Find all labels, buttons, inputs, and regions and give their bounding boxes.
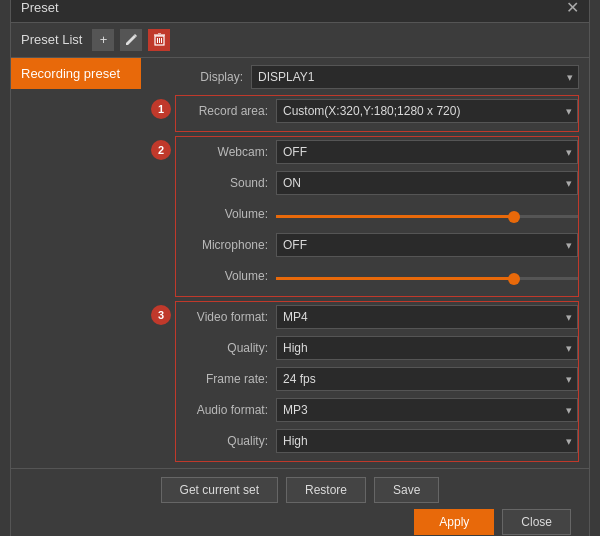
sidebar-panel: Recording preset	[11, 58, 141, 468]
save-button[interactable]: Save	[374, 477, 439, 503]
section-3-fields: Video format: MP4 Quality: High	[175, 301, 579, 462]
sidebar-item-recording-preset[interactable]: Recording preset	[11, 58, 141, 89]
audio-quality-select[interactable]: High	[276, 429, 578, 453]
microphone-select-wrapper: OFF	[276, 233, 578, 257]
sound-row: Sound: ON	[176, 170, 578, 196]
display-select[interactable]: DISPLAY1	[251, 65, 579, 89]
action-row-1: Get current set Restore Save	[25, 477, 575, 503]
record-area-select-wrapper: Custom(X:320,Y:180;1280 x 720)	[276, 99, 578, 123]
apply-button[interactable]: Apply	[414, 509, 494, 535]
video-format-row: Video format: MP4	[176, 304, 578, 330]
audio-quality-label: Quality:	[176, 434, 276, 448]
webcam-row: Webcam: OFF	[176, 139, 578, 165]
audio-format-row: Audio format: MP3	[176, 397, 578, 423]
webcam-select-wrapper: OFF	[276, 140, 578, 164]
webcam-label: Webcam:	[176, 145, 276, 159]
record-area-label: Record area:	[176, 104, 276, 118]
sound-label: Sound:	[176, 176, 276, 190]
mic-volume-wrapper	[276, 268, 578, 283]
audio-format-select-wrapper: MP3	[276, 398, 578, 422]
get-current-set-button[interactable]: Get current set	[161, 477, 278, 503]
bottom-bar: Get current set Restore Save Apply Close	[11, 468, 589, 537]
delete-icon	[154, 33, 165, 46]
frame-rate-select[interactable]: 24 fps	[276, 367, 578, 391]
preset-dialog: Preset ✕ Preset List +	[10, 0, 590, 536]
sound-volume-label: Volume:	[176, 207, 276, 221]
action-row-2: Apply Close	[25, 509, 575, 535]
audio-format-label: Audio format:	[176, 403, 276, 417]
mic-volume-row: Volume:	[176, 263, 578, 289]
mic-volume-slider[interactable]	[276, 277, 578, 280]
badge-1: 1	[151, 99, 171, 119]
frame-rate-label: Frame rate:	[176, 372, 276, 386]
sound-volume-wrapper	[276, 206, 578, 221]
sound-select-wrapper: ON	[276, 171, 578, 195]
microphone-select[interactable]: OFF	[276, 233, 578, 257]
edit-preset-button[interactable]	[120, 29, 142, 51]
content-area: Recording preset Display: DISPLAY1 1 Rec	[11, 58, 589, 468]
sound-volume-row: Volume:	[176, 201, 578, 227]
section-2-fields: Webcam: OFF Sound: ON	[175, 136, 579, 297]
video-quality-row: Quality: High	[176, 335, 578, 361]
add-preset-button[interactable]: +	[92, 29, 114, 51]
section-3: 3 Video format: MP4 Quality:	[151, 301, 579, 462]
microphone-label: Microphone:	[176, 238, 276, 252]
close-icon[interactable]: ✕	[566, 0, 579, 16]
video-quality-label: Quality:	[176, 341, 276, 355]
video-format-select[interactable]: MP4	[276, 305, 578, 329]
badge-2: 2	[151, 140, 171, 160]
record-area-select[interactable]: Custom(X:320,Y:180;1280 x 720)	[276, 99, 578, 123]
record-area-row: Record area: Custom(X:320,Y:180;1280 x 7…	[176, 98, 578, 124]
preset-list-label: Preset List	[21, 32, 82, 47]
webcam-select[interactable]: OFF	[276, 140, 578, 164]
audio-format-select[interactable]: MP3	[276, 398, 578, 422]
close-button[interactable]: Close	[502, 509, 571, 535]
restore-button[interactable]: Restore	[286, 477, 366, 503]
frame-rate-row: Frame rate: 24 fps	[176, 366, 578, 392]
display-row: Display: DISPLAY1	[151, 64, 579, 90]
video-quality-select-wrapper: High	[276, 336, 578, 360]
video-format-select-wrapper: MP4	[276, 305, 578, 329]
display-label: Display:	[151, 70, 251, 84]
dialog-title: Preset	[21, 0, 59, 15]
sound-volume-slider[interactable]	[276, 215, 578, 218]
title-bar: Preset ✕	[11, 0, 589, 23]
badge-3: 3	[151, 305, 171, 325]
mic-volume-label: Volume:	[176, 269, 276, 283]
frame-rate-select-wrapper: 24 fps	[276, 367, 578, 391]
sound-select[interactable]: ON	[276, 171, 578, 195]
microphone-row: Microphone: OFF	[176, 232, 578, 258]
delete-preset-button[interactable]	[148, 29, 170, 51]
audio-quality-row: Quality: High	[176, 428, 578, 454]
fields-panel: Display: DISPLAY1 1 Record area: Custom(…	[141, 58, 589, 468]
edit-icon	[125, 33, 138, 46]
video-format-label: Video format:	[176, 310, 276, 324]
video-quality-select[interactable]: High	[276, 336, 578, 360]
section-2: 2 Webcam: OFF Sound:	[151, 136, 579, 297]
section-1: 1 Record area: Custom(X:320,Y:180;1280 x…	[151, 95, 579, 132]
preset-list-bar: Preset List +	[11, 23, 589, 58]
display-select-wrapper: DISPLAY1	[251, 65, 579, 89]
section-1-fields: Record area: Custom(X:320,Y:180;1280 x 7…	[175, 95, 579, 132]
audio-quality-select-wrapper: High	[276, 429, 578, 453]
